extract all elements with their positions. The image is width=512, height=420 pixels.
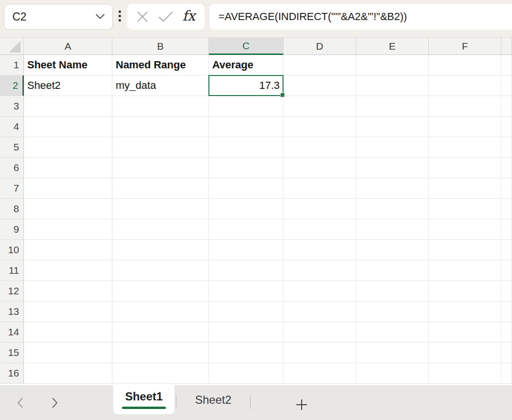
- cell-overflow-9[interactable]: [501, 219, 512, 240]
- cell-B5[interactable]: [112, 137, 209, 158]
- row-header-10[interactable]: 10: [0, 240, 24, 260]
- cell-overflow-2[interactable]: [501, 75, 512, 96]
- cell-overflow-7[interactable]: [501, 178, 512, 199]
- x-icon[interactable]: [136, 11, 149, 23]
- cell-overflow-3[interactable]: [501, 96, 512, 117]
- row-header-8[interactable]: 8: [0, 199, 24, 219]
- cell-B13[interactable]: [112, 302, 209, 322]
- column-header-E[interactable]: E: [356, 37, 429, 55]
- cell-D13[interactable]: [283, 302, 356, 322]
- column-header-C[interactable]: C: [209, 37, 283, 55]
- cell-A14[interactable]: [24, 322, 112, 343]
- cell-B4[interactable]: [112, 117, 209, 137]
- cell-A3[interactable]: [24, 96, 112, 117]
- cell-D2[interactable]: [283, 75, 356, 96]
- column-header-A[interactable]: A: [24, 37, 112, 55]
- cell-B15[interactable]: [112, 343, 209, 363]
- cell-E9[interactable]: [356, 219, 429, 240]
- cell-B11[interactable]: [112, 260, 209, 281]
- cell-B3[interactable]: [112, 96, 209, 117]
- cell-C12[interactable]: [209, 281, 283, 302]
- cell-B2[interactable]: my_data: [112, 75, 209, 96]
- cell-B8[interactable]: [112, 199, 209, 219]
- cell-overflow-5[interactable]: [501, 137, 512, 158]
- cell-D16[interactable]: [283, 363, 356, 384]
- cell-C6[interactable]: [209, 158, 283, 178]
- cell-C16[interactable]: [209, 363, 283, 384]
- row-header-3[interactable]: 3: [0, 96, 24, 117]
- cell-C7[interactable]: [209, 178, 283, 199]
- name-box[interactable]: C2: [4, 4, 113, 30]
- cell-A6[interactable]: [24, 158, 112, 178]
- cell-F11[interactable]: [429, 260, 501, 281]
- cell-D4[interactable]: [283, 117, 356, 137]
- row-header-6[interactable]: 6: [0, 158, 24, 178]
- cell-C5[interactable]: [209, 137, 283, 158]
- cell-B16[interactable]: [112, 363, 209, 384]
- cell-B12[interactable]: [112, 281, 209, 302]
- row-header-13[interactable]: 13: [0, 302, 24, 322]
- cell-F5[interactable]: [429, 137, 501, 158]
- column-header-overflow[interactable]: [501, 37, 512, 55]
- cell-D1[interactable]: [283, 55, 356, 75]
- cell-A15[interactable]: [24, 343, 112, 363]
- cell-overflow-12[interactable]: [501, 281, 512, 302]
- check-icon[interactable]: [158, 11, 173, 22]
- cell-E15[interactable]: [356, 343, 429, 363]
- cell-D3[interactable]: [283, 96, 356, 117]
- cell-E4[interactable]: [356, 117, 429, 137]
- cell-B14[interactable]: [112, 322, 209, 343]
- cell-C10[interactable]: [209, 240, 283, 260]
- cell-F3[interactable]: [429, 96, 501, 117]
- cell-A4[interactable]: [24, 117, 112, 137]
- cell-E5[interactable]: [356, 137, 429, 158]
- cell-F13[interactable]: [429, 302, 501, 322]
- cell-E11[interactable]: [356, 260, 429, 281]
- cell-F16[interactable]: [429, 363, 501, 384]
- chevron-down-icon[interactable]: [96, 14, 105, 20]
- cell-A7[interactable]: [24, 178, 112, 199]
- cell-A2[interactable]: Sheet2: [24, 75, 112, 96]
- cell-F12[interactable]: [429, 281, 501, 302]
- cell-F14[interactable]: [429, 322, 501, 343]
- cell-overflow-15[interactable]: [501, 343, 512, 363]
- cell-D7[interactable]: [283, 178, 356, 199]
- row-header-14[interactable]: 14: [0, 322, 24, 343]
- cell-A13[interactable]: [24, 302, 112, 322]
- cell-overflow-1[interactable]: [501, 55, 512, 75]
- row-header-11[interactable]: 11: [0, 260, 24, 281]
- row-header-2[interactable]: 2: [0, 75, 24, 96]
- cell-B6[interactable]: [112, 158, 209, 178]
- sheet-tab-sheet2[interactable]: Sheet2: [176, 385, 250, 414]
- cell-overflow-16[interactable]: [501, 363, 512, 384]
- cell-A11[interactable]: [24, 260, 112, 281]
- column-header-D[interactable]: D: [283, 37, 356, 55]
- cell-D11[interactable]: [283, 260, 356, 281]
- cell-E10[interactable]: [356, 240, 429, 260]
- cell-D15[interactable]: [283, 343, 356, 363]
- cell-E12[interactable]: [356, 281, 429, 302]
- cell-F9[interactable]: [429, 219, 501, 240]
- cell-F6[interactable]: [429, 158, 501, 178]
- row-header-15[interactable]: 15: [0, 343, 24, 363]
- cell-E2[interactable]: [356, 75, 429, 96]
- row-header-5[interactable]: 5: [0, 137, 24, 158]
- cell-overflow-6[interactable]: [501, 158, 512, 178]
- cell-A1[interactable]: Sheet Name: [24, 55, 112, 75]
- column-header-B[interactable]: B: [112, 37, 209, 55]
- cell-A16[interactable]: [24, 363, 112, 384]
- cell-overflow-10[interactable]: [501, 240, 512, 260]
- cell-E6[interactable]: [356, 158, 429, 178]
- cell-E16[interactable]: [356, 363, 429, 384]
- cell-F4[interactable]: [429, 117, 501, 137]
- cell-E7[interactable]: [356, 178, 429, 199]
- cell-B7[interactable]: [112, 178, 209, 199]
- more-options-icon[interactable]: [119, 11, 121, 22]
- row-header-1[interactable]: 1: [0, 55, 24, 75]
- cell-A10[interactable]: [24, 240, 112, 260]
- row-header-16[interactable]: 16: [0, 363, 24, 384]
- cell-E13[interactable]: [356, 302, 429, 322]
- cell-C1[interactable]: Average: [209, 55, 283, 75]
- cell-D5[interactable]: [283, 137, 356, 158]
- cell-B9[interactable]: [112, 219, 209, 240]
